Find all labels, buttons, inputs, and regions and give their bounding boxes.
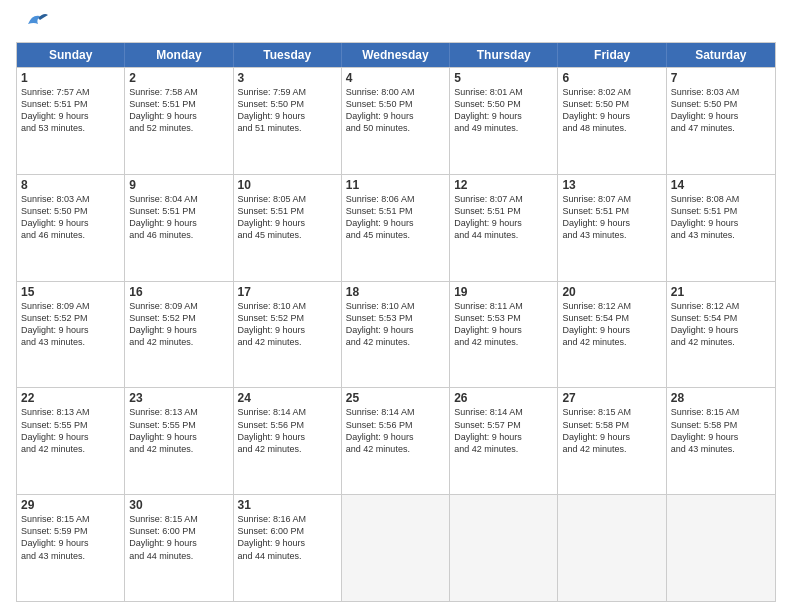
day-number: 5 — [454, 71, 553, 85]
day-number: 18 — [346, 285, 445, 299]
day-number: 9 — [129, 178, 228, 192]
cell-info-line: Daylight: 9 hours — [562, 110, 661, 122]
cell-info-line: and 44 minutes. — [238, 550, 337, 562]
cell-info-line: and 42 minutes. — [454, 443, 553, 455]
cell-info-line: Sunrise: 8:15 AM — [129, 513, 228, 525]
day-number: 25 — [346, 391, 445, 405]
calendar-day-10: 10Sunrise: 8:05 AMSunset: 5:51 PMDayligh… — [234, 175, 342, 281]
cell-info-line: Sunset: 5:57 PM — [454, 419, 553, 431]
cal-header-cell: Saturday — [667, 43, 775, 67]
cell-info-line: Daylight: 9 hours — [671, 324, 771, 336]
cell-info-line: Sunset: 5:51 PM — [129, 98, 228, 110]
calendar-day-2: 2Sunrise: 7:58 AMSunset: 5:51 PMDaylight… — [125, 68, 233, 174]
calendar-day-3: 3Sunrise: 7:59 AMSunset: 5:50 PMDaylight… — [234, 68, 342, 174]
cell-info-line: Sunset: 5:51 PM — [129, 205, 228, 217]
cell-info-line: and 48 minutes. — [562, 122, 661, 134]
cal-header-cell: Friday — [558, 43, 666, 67]
calendar-day-22: 22Sunrise: 8:13 AMSunset: 5:55 PMDayligh… — [17, 388, 125, 494]
day-number: 8 — [21, 178, 120, 192]
cell-info-line: Sunrise: 8:13 AM — [21, 406, 120, 418]
cell-info-line: Sunset: 5:50 PM — [562, 98, 661, 110]
logo — [16, 16, 48, 32]
calendar-day-16: 16Sunrise: 8:09 AMSunset: 5:52 PMDayligh… — [125, 282, 233, 388]
cell-info-line: Daylight: 9 hours — [562, 431, 661, 443]
cell-info-line: Sunrise: 8:10 AM — [238, 300, 337, 312]
cell-info-line: Daylight: 9 hours — [238, 217, 337, 229]
calendar-day-20: 20Sunrise: 8:12 AMSunset: 5:54 PMDayligh… — [558, 282, 666, 388]
calendar-day-4: 4Sunrise: 8:00 AMSunset: 5:50 PMDaylight… — [342, 68, 450, 174]
cell-info-line: Sunrise: 8:08 AM — [671, 193, 771, 205]
day-number: 29 — [21, 498, 120, 512]
cell-info-line: Sunset: 5:50 PM — [671, 98, 771, 110]
cell-info-line: Sunset: 5:53 PM — [346, 312, 445, 324]
cell-info-line: Sunrise: 8:09 AM — [21, 300, 120, 312]
cell-info-line: Daylight: 9 hours — [454, 431, 553, 443]
cell-info-line: and 42 minutes. — [454, 336, 553, 348]
cell-info-line: Sunset: 5:51 PM — [671, 205, 771, 217]
cell-info-line: Daylight: 9 hours — [21, 431, 120, 443]
cell-info-line: and 43 minutes. — [21, 550, 120, 562]
cell-info-line: Daylight: 9 hours — [562, 324, 661, 336]
cell-info-line: and 50 minutes. — [346, 122, 445, 134]
cell-info-line: and 43 minutes. — [21, 336, 120, 348]
calendar-row: 29Sunrise: 8:15 AMSunset: 5:59 PMDayligh… — [17, 494, 775, 601]
cell-info-line: and 45 minutes. — [346, 229, 445, 241]
cell-info-line: Sunrise: 8:11 AM — [454, 300, 553, 312]
cell-info-line: Daylight: 9 hours — [671, 110, 771, 122]
calendar-day-19: 19Sunrise: 8:11 AMSunset: 5:53 PMDayligh… — [450, 282, 558, 388]
cell-info-line: Sunset: 5:52 PM — [129, 312, 228, 324]
cell-info-line: Daylight: 9 hours — [21, 217, 120, 229]
calendar-day-15: 15Sunrise: 8:09 AMSunset: 5:52 PMDayligh… — [17, 282, 125, 388]
cell-info-line: Sunset: 5:50 PM — [454, 98, 553, 110]
cal-header-cell: Wednesday — [342, 43, 450, 67]
day-number: 27 — [562, 391, 661, 405]
cell-info-line: and 42 minutes. — [238, 443, 337, 455]
cell-info-line: Daylight: 9 hours — [238, 110, 337, 122]
calendar-day-31: 31Sunrise: 8:16 AMSunset: 6:00 PMDayligh… — [234, 495, 342, 601]
cell-info-line: Daylight: 9 hours — [671, 217, 771, 229]
cal-header-cell: Thursday — [450, 43, 558, 67]
cell-info-line: and 42 minutes. — [671, 336, 771, 348]
cell-info-line: Sunset: 5:58 PM — [671, 419, 771, 431]
cell-info-line: Sunrise: 8:06 AM — [346, 193, 445, 205]
calendar-day-8: 8Sunrise: 8:03 AMSunset: 5:50 PMDaylight… — [17, 175, 125, 281]
cell-info-line: Daylight: 9 hours — [454, 324, 553, 336]
day-number: 4 — [346, 71, 445, 85]
cell-info-line: Sunset: 5:55 PM — [129, 419, 228, 431]
cell-info-line: and 42 minutes. — [21, 443, 120, 455]
calendar-row: 8Sunrise: 8:03 AMSunset: 5:50 PMDaylight… — [17, 174, 775, 281]
cell-info-line: and 42 minutes. — [562, 443, 661, 455]
calendar-day-29: 29Sunrise: 8:15 AMSunset: 5:59 PMDayligh… — [17, 495, 125, 601]
calendar-day-23: 23Sunrise: 8:13 AMSunset: 5:55 PMDayligh… — [125, 388, 233, 494]
cell-info-line: Sunset: 5:51 PM — [562, 205, 661, 217]
cell-info-line: Sunset: 5:51 PM — [454, 205, 553, 217]
calendar-day-25: 25Sunrise: 8:14 AMSunset: 5:56 PMDayligh… — [342, 388, 450, 494]
calendar-empty-cell — [558, 495, 666, 601]
calendar-day-18: 18Sunrise: 8:10 AMSunset: 5:53 PMDayligh… — [342, 282, 450, 388]
cell-info-line: and 42 minutes. — [129, 443, 228, 455]
cell-info-line: Sunrise: 8:15 AM — [562, 406, 661, 418]
cell-info-line: Daylight: 9 hours — [238, 537, 337, 549]
cell-info-line: and 46 minutes. — [129, 229, 228, 241]
cell-info-line: Sunset: 5:50 PM — [21, 205, 120, 217]
cell-info-line: and 44 minutes. — [454, 229, 553, 241]
calendar-day-7: 7Sunrise: 8:03 AMSunset: 5:50 PMDaylight… — [667, 68, 775, 174]
calendar-day-14: 14Sunrise: 8:08 AMSunset: 5:51 PMDayligh… — [667, 175, 775, 281]
day-number: 31 — [238, 498, 337, 512]
cell-info-line: Sunrise: 8:14 AM — [238, 406, 337, 418]
cell-info-line: Daylight: 9 hours — [238, 324, 337, 336]
cell-info-line: and 42 minutes. — [562, 336, 661, 348]
logo-bird-icon — [18, 10, 48, 32]
cell-info-line: and 44 minutes. — [129, 550, 228, 562]
calendar-day-21: 21Sunrise: 8:12 AMSunset: 5:54 PMDayligh… — [667, 282, 775, 388]
day-number: 1 — [21, 71, 120, 85]
cell-info-line: Sunrise: 8:07 AM — [454, 193, 553, 205]
cell-info-line: Sunrise: 8:00 AM — [346, 86, 445, 98]
day-number: 6 — [562, 71, 661, 85]
cell-info-line: and 42 minutes. — [346, 443, 445, 455]
cell-info-line: and 53 minutes. — [21, 122, 120, 134]
cell-info-line: Sunset: 5:58 PM — [562, 419, 661, 431]
cell-info-line: Sunset: 5:50 PM — [346, 98, 445, 110]
cell-info-line: and 43 minutes. — [671, 443, 771, 455]
cal-header-cell: Monday — [125, 43, 233, 67]
